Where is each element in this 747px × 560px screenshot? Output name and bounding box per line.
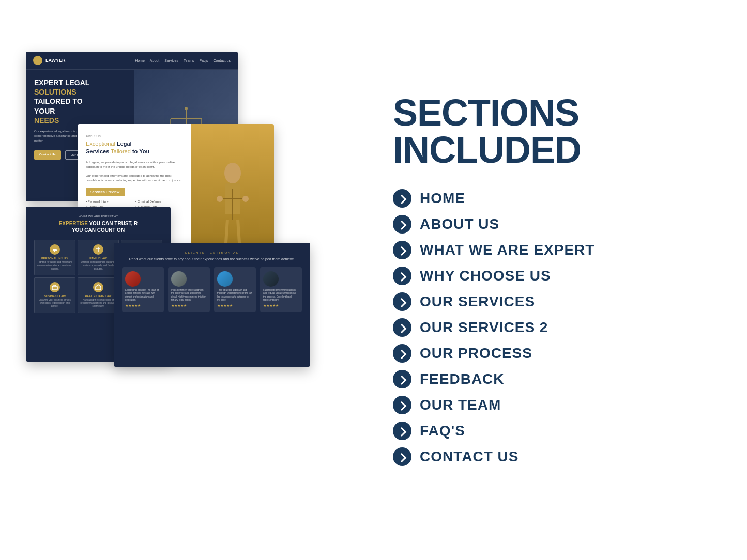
- card-title-family: FAMILY LAW: [80, 257, 116, 260]
- services-preview-label: Services Preview:: [86, 188, 125, 196]
- avatar-3: [217, 271, 233, 287]
- avatar-1: [125, 271, 141, 287]
- expertise-gold: EXPERTISE: [59, 221, 89, 226]
- avatar-image-1: [125, 271, 141, 287]
- section-item-our-team: OUR TEAM: [393, 396, 706, 414]
- card-title-realestate: REAL ESTATE LAW: [80, 294, 116, 298]
- section-item-feedback: FEEDBACK: [393, 370, 706, 388]
- hero-contact-btn: Contact Us: [34, 150, 61, 160]
- section-label-our-services: OUR SERVICES: [420, 293, 535, 310]
- hero-logo-icon: [33, 56, 42, 65]
- sections-title-line1: SECTIONS: [393, 92, 579, 133]
- about-desc1: At Legalo, we provide top-notch legal se…: [86, 160, 183, 169]
- sections-list: HOME ABOUT US WHAT WE ARE EXPERT WHY CHO…: [393, 189, 706, 466]
- chevron-icon-home: [393, 189, 411, 208]
- section-item-contact-us: CONTACT US: [393, 447, 706, 466]
- hero-subtitle: Our experienced legal team is prepared t…: [34, 129, 117, 143]
- section-label-what-we-are-expert: WHAT WE ARE EXPERT: [420, 242, 594, 258]
- section-item-what-we-are-expert: WHAT WE ARE EXPERT: [393, 241, 706, 259]
- expertise-label: WHAT WE ARE EXPERT AT: [34, 215, 162, 218]
- stars-1: ★★★★★: [125, 304, 161, 308]
- service-card-family-law: FAMILY LAW Offering compassionate guidan…: [78, 240, 119, 275]
- screenshots-container: LAWYER Home About Services Teams Faq's C…: [10, 21, 341, 539]
- nav-contact: Contact us: [214, 59, 231, 63]
- hero-logo: LAWYER: [33, 56, 66, 65]
- real-estate-icon: [93, 282, 103, 292]
- nav-about: About: [150, 59, 159, 63]
- hero-title-line3: TAILORED TO: [34, 97, 83, 105]
- hero-buttons: Contact Us Our Services: [34, 150, 230, 160]
- testimonials-label-gold: TESTIMONIAL: [207, 251, 239, 254]
- service-card-real-estate: REAL ESTATE LAW Navigating the complexit…: [78, 277, 119, 313]
- business-law-icon: [50, 282, 60, 292]
- section-label-our-team: OUR TEAM: [420, 397, 501, 413]
- section-label-our-process: OUR PROCESS: [420, 345, 532, 362]
- svg-rect-20: [52, 286, 57, 290]
- testimonial-3: Their strategic approach and thorough un…: [214, 267, 256, 312]
- briefcase-icon: [52, 284, 58, 290]
- chevron-icon-our-process: [393, 344, 411, 363]
- chevron-icon-feedback: [393, 370, 411, 388]
- service-personal-injury: • Personal Injury: [86, 200, 133, 203]
- avatar-2: [171, 271, 187, 287]
- service-criminal-defense: • Criminal Defense: [135, 200, 183, 203]
- service-card-personal-injury: PERSONAL INJURY Fighting for justice and…: [34, 240, 75, 275]
- section-item-why-choose-us: WHY CHOOSE US: [393, 267, 706, 285]
- nav-home: Home: [135, 59, 145, 63]
- avatar-image-4: [263, 271, 279, 287]
- testimonials-header: CLIENTS TESTIMONIAL: [122, 251, 302, 254]
- service-card-business-law: BUSINESS LAW Ensuring your business thri…: [34, 277, 75, 313]
- svg-rect-17: [54, 250, 55, 252]
- left-panel: LAWYER Home About Services Teams Faq's C…: [0, 0, 352, 560]
- expertise-white1: YOU CAN TRUST, R: [89, 221, 138, 226]
- testimonials-grid: Exceptional service! The team at Legalo …: [122, 267, 302, 312]
- expertise-title: EXPERTISE YOU CAN TRUST, R YOU CAN COUNT…: [34, 220, 162, 234]
- expertise-white2: YOU CAN COUNT ON: [72, 227, 125, 233]
- section-label-our-services-2: OUR SERVICES 2: [420, 319, 548, 336]
- right-panel: SECTIONS INCLUDED HOME ABOUT US WHAT WE …: [352, 0, 747, 560]
- chevron-icon-faqs: [393, 422, 411, 440]
- avatar-4: [263, 271, 279, 287]
- testimonial-2: I was extremely impressed with the exper…: [168, 267, 210, 312]
- nav-teams: Teams: [184, 59, 194, 63]
- card-desc-personal: Fighting for justice and maximum compens…: [37, 261, 73, 271]
- hero-logo-text: LAWYER: [45, 58, 66, 63]
- about-desc2: Our experienced attorneys are dedicated …: [86, 174, 183, 183]
- card-desc-business: Ensuring your business thrives with robu…: [37, 299, 73, 308]
- avatar-image-2: [171, 271, 187, 287]
- testimonial-text-1: Exceptional service! The team at Legalo …: [125, 289, 161, 302]
- hero-title-gold1: SOLUTIONS: [34, 88, 77, 96]
- section-label-about-us: ABOUT US: [420, 216, 499, 232]
- hero-title-gold2: NEEDS: [34, 116, 59, 125]
- testimonials-subtitle: Read what our clients have to say about …: [122, 257, 302, 261]
- gavel-icon: [52, 246, 58, 253]
- chevron-icon-contact-us: [393, 447, 411, 466]
- svg-point-8: [224, 163, 241, 183]
- svg-point-12: [217, 196, 223, 202]
- testimonial-text-4: I appreciated their transparency and reg…: [263, 289, 299, 302]
- section-label-faqs: FAQ'S: [420, 423, 465, 439]
- section-item-about-us: ABOUT US: [393, 215, 706, 234]
- sections-title: SECTIONS INCLUDED: [393, 94, 706, 168]
- stars-4: ★★★★★: [263, 304, 299, 308]
- card-desc-family: Offering compassionate guidance in divor…: [80, 261, 116, 271]
- chevron-icon-why-choose-us: [393, 267, 411, 285]
- chevron-icon-our-team: [393, 396, 411, 414]
- section-label-home: HOME: [420, 190, 465, 207]
- scales-small-icon: [95, 246, 101, 253]
- hero-title: EXPERT LEGAL SOLUTIONS TAILORED TO YOUR …: [34, 78, 230, 125]
- section-item-our-services-2: OUR SERVICES 2: [393, 318, 706, 337]
- chevron-icon-our-services: [393, 292, 411, 311]
- hero-title-line4: YOUR: [34, 107, 55, 115]
- house-icon: [95, 284, 101, 290]
- section-label-why-choose-us: WHY CHOOSE US: [420, 268, 551, 284]
- section-item-our-services: OUR SERVICES: [393, 292, 706, 311]
- family-law-icon: [93, 244, 103, 255]
- testimonials-screenshot: CLIENTS TESTIMONIAL Read what our client…: [114, 243, 310, 367]
- avatar-image-3: [217, 271, 233, 287]
- hero-title-line1: EXPERT LEGAL: [34, 79, 89, 87]
- hero-nav-links: Home About Services Teams Faq's Contact …: [135, 59, 231, 63]
- section-label-feedback: FEEDBACK: [420, 371, 505, 387]
- testimonial-text-3: Their strategic approach and thorough un…: [217, 289, 253, 302]
- stars-3: ★★★★★: [217, 304, 253, 308]
